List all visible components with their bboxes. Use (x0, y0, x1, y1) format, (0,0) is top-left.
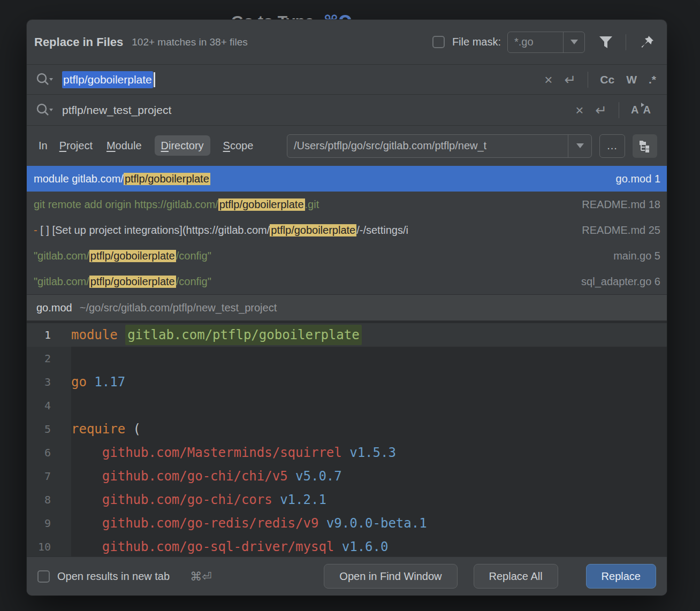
result-file-label: README.md 18 (582, 198, 660, 211)
replace-shortcut-hint: ⌘⏎ (190, 570, 211, 583)
replace-clear-icon[interactable]: × (575, 103, 583, 117)
text-caret (154, 72, 155, 87)
regex-toggle[interactable]: .* (649, 73, 656, 86)
file-mask-checkbox[interactable] (432, 36, 445, 48)
result-file-label: README.md 25 (582, 224, 660, 236)
file-mask-dropdown-arrow[interactable] (563, 32, 584, 52)
dialog-footer: Open results in new tab ⌘⏎ Open in Find … (27, 556, 667, 595)
search-icon[interactable] (35, 72, 54, 88)
line-number: 7 (27, 464, 71, 488)
open-results-new-tab-checkbox[interactable] (37, 570, 50, 583)
line-number: 4 (27, 394, 71, 417)
dialog-title: Replace in Files (34, 35, 123, 49)
header-divider (626, 34, 626, 50)
code-text: module gitlab.com/ptflp/goboilerplate (71, 327, 362, 342)
line-number: 5 (27, 417, 71, 441)
result-row[interactable]: git remote add origin https://gitlab.com… (27, 192, 667, 217)
file-mask-combo[interactable]: *.go (507, 32, 585, 53)
search-field-row[interactable]: ptflp/goboilerplate × ↵ Cc W .* (27, 65, 667, 95)
preview-file-name: go.mod (36, 302, 72, 314)
code-text: github.com/Masterminds/squirrel v1.5.3 (71, 445, 396, 460)
search-input[interactable]: ptflp/goboilerplate (62, 71, 155, 88)
result-row[interactable]: "gitlab.com/ptflp/goboilerplate/config"m… (27, 243, 667, 269)
open-results-new-tab-label: Open results in new tab (57, 570, 170, 583)
replace-button[interactable]: Replace (586, 564, 656, 589)
result-row[interactable]: - [ ] [Set up project integrations](http… (27, 217, 667, 243)
editor-line: 2 (27, 347, 667, 370)
results-list: module gitlab.com/ptflp/goboilerplatego.… (27, 166, 667, 294)
directory-path-combo[interactable]: /Users/ptflp/go/src/gitlab.com/ptflp/new… (287, 134, 592, 158)
editor-line: 5require ( (27, 417, 667, 441)
result-text: module gitlab.com/ptflp/goboilerplate (34, 173, 611, 185)
scope-option-project[interactable]: Project (58, 135, 94, 156)
code-preview-editor[interactable]: 1module gitlab.com/ptflp/goboilerplate23… (27, 321, 667, 556)
preserve-case-toggle[interactable]: AA (631, 104, 656, 116)
code-text: github.com/go-sql-driver/mysql v1.6.0 (71, 539, 388, 554)
backdrop-menu-item: Go to Type⌘O (231, 12, 352, 20)
editor-line: 8 github.com/go-chi/cors v1.2.1 (27, 488, 667, 511)
code-text: github.com/go-chi/cors v1.2.1 (71, 492, 326, 507)
browse-directory-button[interactable]: ... (599, 134, 625, 158)
line-number: 10 (27, 535, 71, 556)
result-text: git remote add origin https://gitlab.com… (34, 198, 576, 211)
result-text: - [ ] [Set up project integrations](http… (34, 224, 576, 236)
result-file-label: sql_adapter.go 6 (581, 276, 660, 288)
file-mask-value: *.go (508, 36, 563, 48)
preview-file-path: ~/go/src/gitlab.com/ptflp/new_test_proje… (80, 302, 277, 314)
replace-in-files-dialog: Replace in Files 102+ matches in 38+ fil… (27, 20, 667, 595)
search-input-selected-text: ptflp/goboilerplate (62, 71, 153, 88)
search-icons-divider (588, 72, 588, 88)
replace-newline-icon[interactable]: ↵ (595, 103, 607, 117)
line-number: 6 (27, 441, 71, 464)
editor-line: 1module gitlab.com/ptflp/goboilerplate (27, 323, 667, 347)
filter-icon[interactable] (598, 35, 614, 50)
scope-in-label: In (39, 140, 48, 152)
search-newline-icon[interactable]: ↵ (565, 73, 576, 87)
line-number: 2 (27, 347, 71, 370)
backdrop-menu-strip: Go to Type⌘O (0, 0, 700, 20)
editor-line: 10 github.com/go-sql-driver/mysql v1.6.0 (27, 535, 667, 556)
editor-line: 6 github.com/Masterminds/squirrel v1.5.3 (27, 441, 667, 464)
match-case-toggle[interactable]: Cc (600, 73, 614, 86)
replace-field-row[interactable]: ptflp/new_test_project × ↵ AA (27, 95, 667, 126)
result-row[interactable]: "gitlab.com/ptflp/goboilerplate/config"s… (27, 269, 667, 294)
editor-line: 3go 1.17 (27, 370, 667, 394)
scope-bar: In ProjectModuleDirectoryScope /Users/pt… (27, 126, 667, 166)
file-mask-label: File mask: (452, 36, 501, 48)
backdrop-menu-label: Go to Type (231, 12, 314, 20)
editor-line: 9 github.com/go-redis/redis/v9 v9.0.0-be… (27, 511, 667, 535)
result-file-label: go.mod 1 (616, 173, 660, 185)
directory-structure-icon[interactable] (633, 134, 657, 158)
scope-option-directory[interactable]: Directory (155, 135, 210, 156)
whole-words-toggle[interactable]: W (626, 73, 637, 86)
dialog-header: Replace in Files 102+ matches in 38+ fil… (27, 20, 667, 65)
open-in-find-window-button[interactable]: Open in Find Window (324, 564, 457, 589)
code-text: go 1.17 (71, 375, 125, 389)
replace-input[interactable]: ptflp/new_test_project (62, 104, 171, 117)
result-file-label: main.go 5 (613, 250, 660, 262)
result-row[interactable]: module gitlab.com/ptflp/goboilerplatego.… (27, 166, 667, 192)
code-text: github.com/go-redis/redis/v9 v9.0.0-beta… (71, 516, 427, 531)
line-number: 3 (27, 370, 71, 394)
line-number: 8 (27, 488, 71, 511)
directory-path-value: /Users/ptflp/go/src/gitlab.com/ptflp/new… (287, 140, 568, 152)
backdrop-menu-shortcut: ⌘O (323, 12, 352, 20)
editor-line: 4 (27, 394, 667, 417)
line-number: 9 (27, 511, 71, 535)
code-text: require ( (71, 422, 141, 437)
replace-search-icon (35, 102, 54, 118)
code-text: github.com/go-chi/chi/v5 v5.0.7 (71, 469, 342, 484)
pin-icon[interactable] (639, 34, 655, 50)
search-clear-icon[interactable]: × (544, 73, 552, 87)
result-text: "gitlab.com/ptflp/goboilerplate/config" (34, 276, 576, 288)
scope-option-scope[interactable]: Scope (222, 135, 255, 156)
replace-all-button[interactable]: Replace All (474, 564, 558, 589)
result-text: "gitlab.com/ptflp/goboilerplate/config" (34, 250, 608, 262)
scope-option-module[interactable]: Module (105, 135, 143, 156)
replace-icons-divider (619, 102, 619, 118)
editor-line: 7 github.com/go-chi/chi/v5 v5.0.7 (27, 464, 667, 488)
match-summary: 102+ matches in 38+ files (132, 36, 248, 48)
preview-header: go.mod ~/go/src/gitlab.com/ptflp/new_tes… (27, 294, 667, 321)
directory-path-dropdown-arrow[interactable] (568, 135, 591, 157)
line-number: 1 (27, 323, 71, 347)
